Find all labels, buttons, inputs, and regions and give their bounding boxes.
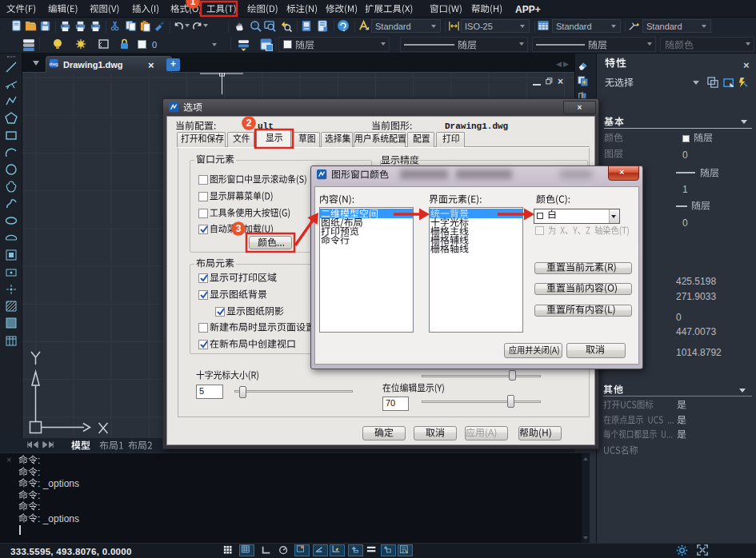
- svg-text:dwg: dwg: [50, 61, 58, 66]
